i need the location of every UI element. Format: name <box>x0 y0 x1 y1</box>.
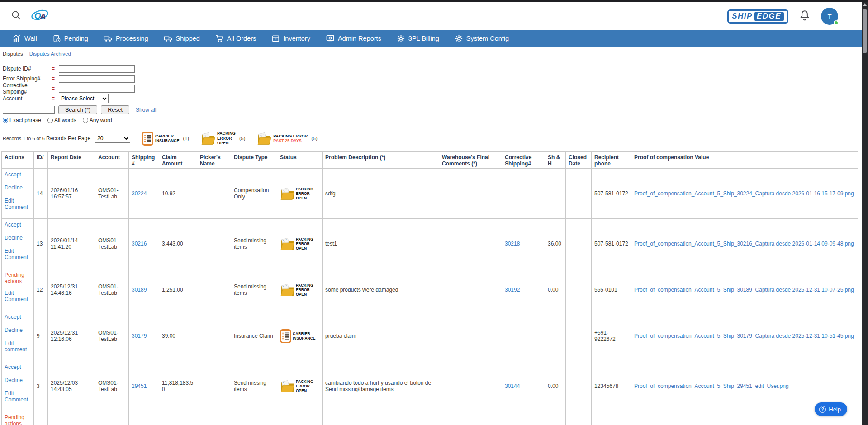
status-packing-error[interactable]: PACKINGERROROPEN <box>280 379 319 393</box>
search-icon[interactable] <box>11 10 22 23</box>
nav-pending[interactable]: Pending <box>52 34 88 43</box>
action-link[interactable]: Decline <box>5 184 31 191</box>
column-header: Picker's Name <box>197 152 231 169</box>
records-per-page-select[interactable]: 20 <box>95 134 130 143</box>
action-link[interactable]: Accept <box>5 222 31 228</box>
action-link[interactable]: Decline <box>5 377 31 383</box>
legend-count: (5) <box>239 136 245 141</box>
status-cell: PACKINGERROROPEN <box>277 411 323 425</box>
radio-exact-phrase[interactable]: Exact phrase <box>3 117 41 123</box>
status-packing-error[interactable]: PACKINGERROROPEN <box>280 187 319 201</box>
account-select[interactable]: Please Select <box>59 94 109 103</box>
action-link[interactable]: Edit Comment <box>5 248 31 260</box>
shipping-cell: 30111 <box>129 411 159 425</box>
corrective-shipping-link[interactable]: 30144 <box>505 383 520 389</box>
shipping-link[interactable]: 30189 <box>132 287 147 293</box>
nav-wall[interactable]: Wall <box>13 34 37 43</box>
table-row: AcceptDeclineEdit Comment132026/01/14 11… <box>2 219 858 269</box>
nav-label: 3PL Billing <box>408 35 439 42</box>
column-header: ID/ <box>34 152 48 169</box>
legend-packing-error-open[interactable]: PACKING ERROR OPEN (5) <box>201 131 245 145</box>
corrective-shipping-input[interactable] <box>59 85 135 93</box>
dispute-id-cell: 2 <box>34 411 48 425</box>
nav-3pl-billing[interactable]: 3PL Billing <box>397 34 439 43</box>
proof-link[interactable]: Proof_of_compensation_Account_5_Ship_301… <box>634 287 854 293</box>
corrective-shipping-link[interactable]: 30192 <box>505 287 520 293</box>
action-link[interactable]: Edit comment <box>5 340 31 353</box>
shipping-link[interactable]: 29451 <box>132 383 147 389</box>
nav-label: Pending <box>64 35 88 42</box>
action-link[interactable]: Edit Comment <box>5 290 31 302</box>
status-carrier-insurance[interactable]: CARRIERINSURANCE <box>280 329 319 343</box>
proof-link[interactable]: Proof_of_compensation_Account_5_Ship_301… <box>634 333 854 339</box>
dispute-id-input[interactable] <box>59 65 135 73</box>
reset-button[interactable]: Reset <box>101 105 129 114</box>
action-link[interactable]: Decline <box>5 327 31 333</box>
closed-date-cell <box>566 361 592 411</box>
proof-link[interactable]: Proof_of_compensation_Account_5_Ship_294… <box>634 383 789 389</box>
action-link[interactable]: Decline <box>5 235 31 241</box>
legend-packing-error-past-25-days[interactable]: PACKING ERROR PAST 25 DAYS (5) <box>257 132 317 145</box>
user-avatar[interactable]: T <box>821 8 838 25</box>
shipedge-logo-ship: SHIP <box>732 12 753 21</box>
breadcrumb-disputes-archived-link[interactable]: Disputes Archived <box>29 51 71 57</box>
action-link[interactable]: Edit Comment <box>5 198 31 210</box>
actions-cell: AcceptDeclineEdit comment <box>2 311 34 361</box>
proof-cell: Proof_of_compensation_Account_5_Ship_302… <box>631 169 858 219</box>
column-header: Proof of compensation Value <box>631 152 858 169</box>
action-link[interactable]: Accept <box>5 364 31 370</box>
proof-link[interactable]: Proof_of_compensation_Account_5_Ship_302… <box>634 241 854 247</box>
status-packing-error[interactable]: PACKINGERROROPEN <box>280 237 319 251</box>
status-packing-error[interactable]: PACKINGERROROPEN <box>280 283 319 297</box>
radio-button[interactable] <box>47 118 53 123</box>
nav-label: All Orders <box>227 35 256 42</box>
records-per-page-label: Records Per Page <box>46 135 90 142</box>
keyword-search-input[interactable] <box>3 106 55 114</box>
show-all-link[interactable]: Show all <box>136 107 156 113</box>
account-label: Account <box>3 95 52 102</box>
shipping-link[interactable]: 30216 <box>132 241 147 247</box>
shipping-link[interactable]: 30224 <box>132 190 147 197</box>
vertical-scrollbar[interactable] <box>862 0 868 425</box>
legend-count: (1) <box>183 136 189 141</box>
problem-description-cell: prueba claim <box>323 311 439 361</box>
error-shipping-input[interactable] <box>59 75 135 83</box>
shipping-link[interactable]: 30179 <box>132 333 147 339</box>
radio-button[interactable] <box>3 118 8 123</box>
dispute-id-cell: 9 <box>34 311 48 361</box>
nav-inventory[interactable]: Inventory <box>271 34 310 43</box>
notifications-bell-icon[interactable] <box>799 9 810 23</box>
help-button[interactable]: ? Help <box>815 402 847 416</box>
pending-actions-label: Pending actions <box>5 414 31 425</box>
corrective-shipping-link[interactable]: 30218 <box>505 241 520 247</box>
search-button[interactable]: Search (*) <box>58 105 97 114</box>
action-link[interactable]: Edit Comment <box>5 390 31 403</box>
nav-shipped[interactable]: Shipped <box>164 34 200 43</box>
radio-all-words[interactable]: All words <box>47 117 76 123</box>
match-mode-radios: Exact phrase All words Any word <box>3 116 862 124</box>
radio-any-word[interactable]: Any word <box>83 117 112 123</box>
action-link[interactable]: Accept <box>5 171 31 178</box>
proof-link[interactable]: Proof_of_compensation_Account_5_Ship_302… <box>634 190 854 197</box>
radio-label: Any word <box>90 117 112 123</box>
nav-all-orders[interactable]: All Orders <box>215 34 256 43</box>
nav-processing[interactable]: Processing <box>104 34 148 43</box>
status-cell: PACKINGERROROPEN <box>277 169 323 219</box>
legend-carrier-insurance[interactable]: CARRIER INSURANCE (1) <box>142 132 189 146</box>
dispute-id-label: Dispute ID# <box>3 66 52 72</box>
nav-admin-reports[interactable]: Admin Reports <box>326 34 381 43</box>
radio-button[interactable] <box>83 118 88 123</box>
shipping-cell: 30216 <box>129 219 159 269</box>
nav-label: Admin Reports <box>338 35 381 42</box>
column-header: Account <box>95 152 129 169</box>
claim-amount-cell: 1,251.00 <box>159 269 197 311</box>
status-label: CARRIERINSURANCE <box>293 331 316 340</box>
dispute-type-cell: Insurance Claim <box>231 311 277 361</box>
qa-logo[interactable]: Q A <box>30 8 51 24</box>
scrollbar-thumb[interactable] <box>863 9 867 53</box>
action-link[interactable]: Accept <box>5 314 31 320</box>
nav-system-config[interactable]: System Config <box>455 34 509 43</box>
scroll-up-arrow[interactable] <box>863 3 867 6</box>
window-top-edge <box>0 0 868 2</box>
table-row: Pending actionsEdit Comment122025/12/31 … <box>2 269 858 311</box>
